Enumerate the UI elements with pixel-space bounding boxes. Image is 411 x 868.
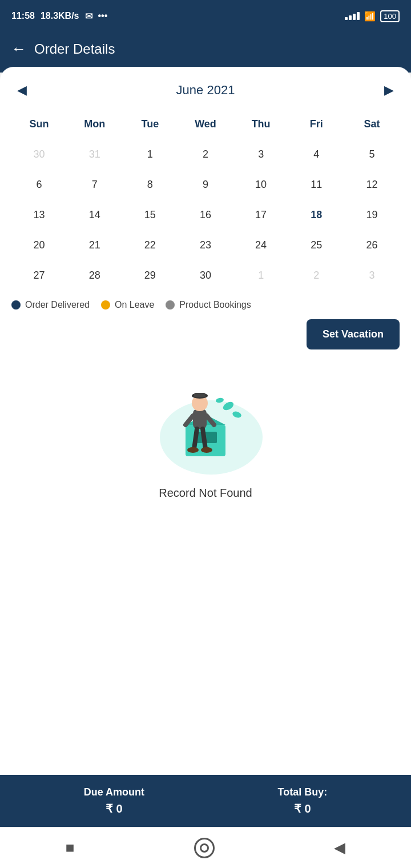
calendar-day[interactable]: 21 <box>67 230 122 260</box>
legend-item-bookings: Product Bookings <box>166 300 251 310</box>
calendar-day[interactable]: 4 <box>289 139 344 170</box>
calendar-day[interactable]: 16 <box>178 200 233 230</box>
calendar-grid: Sun Mon Tue Wed Thu Fri Sat 303112345678… <box>11 114 400 291</box>
home-button[interactable] <box>194 838 215 858</box>
next-month-button[interactable]: ▶ <box>378 81 400 100</box>
svg-line-10 <box>194 429 197 449</box>
calendar-day[interactable]: 28 <box>67 260 122 291</box>
prev-month-button[interactable]: ◀ <box>11 81 33 100</box>
day-header-sat: Sat <box>344 114 400 135</box>
record-not-found-section: Record Not Found <box>11 363 400 775</box>
legend-item-leave: On Leave <box>101 300 154 310</box>
calendar-body: 3031123456789101112131415161718192021222… <box>11 139 400 291</box>
calendar-day[interactable]: 5 <box>344 139 400 170</box>
calendar-day[interactable]: 1 <box>122 139 178 170</box>
due-amount-label: Due Amount <box>84 786 144 798</box>
calendar-day[interactable]: 26 <box>344 230 400 260</box>
day-header-fri: Fri <box>289 114 344 135</box>
calendar-day[interactable]: 6 <box>11 170 67 200</box>
nav-bar: ■ ◀ <box>0 827 411 868</box>
calendar-day[interactable]: 27 <box>11 260 67 291</box>
calendar-day[interactable]: 3 <box>233 139 289 170</box>
calendar-day[interactable]: 12 <box>344 170 400 200</box>
calendar-day[interactable]: 29 <box>122 260 178 291</box>
leave-dot <box>101 300 110 310</box>
svg-point-12 <box>187 447 199 453</box>
day-header-thu: Thu <box>233 114 289 135</box>
calendar-day[interactable]: 24 <box>233 230 289 260</box>
svg-rect-4 <box>193 409 207 429</box>
calendar-day[interactable]: 19 <box>344 200 400 230</box>
calendar-day[interactable]: 31 <box>67 139 122 170</box>
more-icon: ••• <box>98 11 108 21</box>
set-vacation-button[interactable]: Set Vacation <box>307 319 400 349</box>
day-header-sun: Sun <box>11 114 67 135</box>
due-amount-block: Due Amount ₹ 0 <box>84 786 144 815</box>
speed-display: 18.3KB/s <box>41 11 79 21</box>
calendar-day[interactable]: 2 <box>178 139 233 170</box>
calendar-day[interactable]: 3 <box>344 260 400 291</box>
calendar-month-label: June 2021 <box>176 83 235 98</box>
page-title: Order Details <box>34 41 115 57</box>
status-bar: 11:58 18.3KB/s ✉ ••• 📶 100 <box>0 0 411 32</box>
day-header-mon: Mon <box>67 114 122 135</box>
status-right: 📶 100 <box>345 10 400 22</box>
back-button[interactable]: ← <box>11 40 26 58</box>
calendar-day[interactable]: 2 <box>289 260 344 291</box>
calendar-day[interactable]: 9 <box>178 170 233 200</box>
leave-label: On Leave <box>115 300 154 310</box>
svg-rect-7 <box>194 393 206 397</box>
delivered-label: Order Delivered <box>25 300 90 310</box>
due-amount-value: ₹ 0 <box>84 802 144 815</box>
total-buy-block: Total Buy: ₹ 0 <box>278 786 328 815</box>
total-buy-label: Total Buy: <box>278 786 328 798</box>
calendar-day[interactable]: 15 <box>122 200 178 230</box>
calendar-day[interactable]: 10 <box>233 170 289 200</box>
delivered-dot <box>11 300 21 310</box>
calendar-day[interactable]: 18 <box>289 200 344 230</box>
calendar-day[interactable]: 8 <box>122 170 178 200</box>
home-circle-inner <box>200 843 209 853</box>
total-buy-value: ₹ 0 <box>278 802 328 815</box>
legend-item-delivered: Order Delivered <box>11 300 90 310</box>
svg-line-11 <box>203 429 206 449</box>
day-header-tue: Tue <box>122 114 178 135</box>
calendar-day[interactable]: 20 <box>11 230 67 260</box>
record-not-found-illustration <box>148 375 263 477</box>
back-nav-button[interactable]: ◀ <box>323 837 357 859</box>
bookings-label: Product Bookings <box>179 300 251 310</box>
main-content: ◀ June 2021 ▶ Sun Mon Tue Wed Thu Fri Sa… <box>0 67 411 775</box>
wifi-icon: 📶 <box>364 11 376 22</box>
svg-point-13 <box>201 447 212 453</box>
calendar-day[interactable]: 14 <box>67 200 122 230</box>
calendar-nav: ◀ June 2021 ▶ <box>11 81 400 100</box>
battery-icon: 100 <box>380 10 400 22</box>
calendar-day[interactable]: 11 <box>289 170 344 200</box>
calendar-day[interactable]: 30 <box>11 139 67 170</box>
time-display: 11:58 <box>11 11 35 21</box>
status-left: 11:58 18.3KB/s ✉ ••• <box>11 11 107 22</box>
calendar-day[interactable]: 25 <box>289 230 344 260</box>
calendar-day[interactable]: 13 <box>11 200 67 230</box>
calendar-day[interactable]: 22 <box>122 230 178 260</box>
record-not-found-text: Record Not Found <box>159 487 252 500</box>
calendar-day[interactable]: 30 <box>178 260 233 291</box>
footer-amounts: Due Amount ₹ 0 Total Buy: ₹ 0 <box>0 775 411 827</box>
stop-button[interactable]: ■ <box>54 837 86 859</box>
calendar-day[interactable]: 17 <box>233 200 289 230</box>
calendar-day[interactable]: 7 <box>67 170 122 200</box>
bookings-dot <box>166 300 175 310</box>
calendar-day[interactable]: 1 <box>233 260 289 291</box>
signal-icon <box>345 12 360 20</box>
message-icon: ✉ <box>85 11 92 22</box>
calendar-header-row: Sun Mon Tue Wed Thu Fri Sat <box>11 114 400 135</box>
vacation-btn-row: Set Vacation <box>11 319 400 349</box>
calendar-legend: Order Delivered On Leave Product Booking… <box>11 300 400 310</box>
day-header-wed: Wed <box>178 114 233 135</box>
calendar-day[interactable]: 23 <box>178 230 233 260</box>
